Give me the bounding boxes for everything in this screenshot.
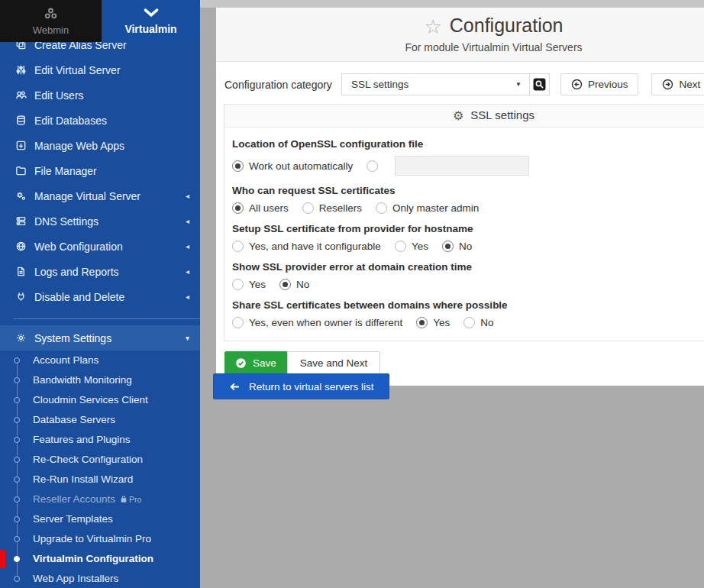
submenu-item-label: Upgrade to Virtualmin Pro bbox=[33, 533, 151, 544]
select-caret-icon: ▼ bbox=[515, 74, 522, 95]
sidebar-item-system-settings[interactable]: System Settings▾ bbox=[0, 325, 200, 351]
save-and-next-button[interactable]: Save and Next bbox=[287, 351, 381, 375]
file-icon bbox=[15, 266, 27, 278]
submenu-item-server-templates[interactable]: Server Templates bbox=[0, 509, 200, 529]
openssl-config-path-input[interactable] bbox=[395, 156, 529, 176]
radio-icon[interactable] bbox=[232, 202, 244, 214]
radio-icon[interactable] bbox=[442, 241, 454, 252]
submenu-item-reseller-accounts[interactable]: Reseller AccountsPro bbox=[0, 489, 200, 509]
submenu-item-re-check-configuration[interactable]: Re-Check Configuration bbox=[0, 450, 200, 470]
radio-icon[interactable] bbox=[232, 317, 244, 328]
sidebar-item-disable-and-delete[interactable]: Disable and Delete◂ bbox=[0, 284, 200, 309]
bullet-icon bbox=[14, 457, 20, 463]
submenu-item-label: Database Servers bbox=[33, 414, 115, 425]
sidebar-item-file-manager[interactable]: File Manager bbox=[0, 158, 200, 183]
sidebar-item-edit-databases[interactable]: Edit Databases bbox=[0, 108, 200, 133]
sidebar-item-label: Manage Web Apps bbox=[34, 140, 124, 152]
gears-icon bbox=[15, 190, 27, 202]
radio-option[interactable]: Resellers bbox=[302, 202, 362, 214]
sidebar-divider bbox=[14, 318, 200, 319]
submenu-item-web-app-installers[interactable]: Web App Installers bbox=[0, 569, 200, 588]
sidebar-tabs: Webmin Virtualmin bbox=[0, 0, 200, 42]
radio-option[interactable]: No bbox=[463, 317, 493, 328]
submenu-item-label: Features and Plugins bbox=[33, 434, 131, 445]
bullet-icon bbox=[14, 576, 20, 582]
submenu-item-bandwidth-monitoring[interactable]: Bandwidth Monitoring bbox=[0, 370, 200, 390]
radio-icon[interactable] bbox=[232, 279, 244, 290]
radio-option[interactable]: Yes, even when owner is different bbox=[232, 317, 402, 328]
bullet-icon bbox=[14, 516, 20, 522]
radio-option[interactable]: Yes bbox=[395, 241, 428, 252]
bullet-icon bbox=[14, 477, 20, 483]
globe-icon bbox=[15, 241, 27, 253]
radio-option[interactable]: No bbox=[279, 279, 309, 290]
submenu-item-label: Bandwidth Monitoring bbox=[33, 374, 132, 386]
sidebar-item-label: System Settings bbox=[34, 332, 111, 344]
sliders-icon bbox=[15, 64, 27, 76]
category-label: Configuration category bbox=[224, 79, 332, 91]
panel-header: ⚙SSL settings bbox=[224, 105, 704, 128]
bullet-icon bbox=[14, 397, 20, 403]
sidebar-item-dns-settings[interactable]: DNS Settings◂ bbox=[0, 208, 200, 234]
category-search-button[interactable] bbox=[529, 73, 550, 95]
radio-option[interactable] bbox=[367, 160, 378, 172]
radio-option-label: Only master admin bbox=[392, 202, 479, 214]
return-to-servers-button[interactable]: Return to virtual servers list bbox=[213, 373, 389, 399]
radio-option[interactable]: Yes bbox=[232, 279, 266, 290]
save-button[interactable]: Save bbox=[224, 351, 287, 375]
form-field: Who can request SSL certificatesAll user… bbox=[232, 185, 704, 214]
horizontal-scrollbar[interactable] bbox=[200, 0, 704, 8]
submenu-item-label: Reseller Accounts bbox=[33, 493, 115, 505]
radio-option[interactable]: Yes bbox=[416, 317, 450, 328]
sidebar-item-edit-users[interactable]: Edit Users bbox=[0, 82, 200, 108]
radio-icon[interactable] bbox=[416, 317, 428, 328]
gear-icon bbox=[15, 332, 27, 344]
submenu-item-virtualmin-configuration[interactable]: Virtualmin Configuration bbox=[0, 549, 200, 569]
submenu-item-label: Account Plans bbox=[33, 354, 98, 366]
radio-icon[interactable] bbox=[279, 279, 291, 290]
radio-icon[interactable] bbox=[395, 241, 406, 252]
star-icon[interactable]: ☆ bbox=[424, 15, 441, 38]
chevron-left-icon: ◂ bbox=[186, 242, 189, 250]
submenu-item-cloudmin-services-client[interactable]: Cloudmin Services Client bbox=[0, 390, 200, 410]
chevron-down-icon bbox=[143, 8, 160, 20]
sidebar-item-label: Disable and Delete bbox=[34, 291, 124, 303]
radio-option[interactable]: Yes, and have it configurable bbox=[232, 241, 381, 252]
tab-virtualmin[interactable]: Virtualmin bbox=[102, 0, 200, 42]
next-label: Next bbox=[679, 79, 700, 90]
bullet-icon bbox=[14, 417, 20, 423]
sidebar-item-manage-virtual-server[interactable]: Manage Virtual Server◂ bbox=[0, 183, 200, 208]
radio-option-label: Work out automatically bbox=[249, 160, 353, 172]
category-select[interactable]: SSL settings ▼ bbox=[341, 73, 530, 95]
previous-button[interactable]: Previous bbox=[560, 73, 639, 95]
radio-option[interactable]: Only master admin bbox=[376, 202, 479, 214]
sidebar-item-edit-virtual-server[interactable]: Edit Virtual Server bbox=[0, 57, 200, 82]
sidebar-item-web-configuration[interactable]: Web Configuration◂ bbox=[0, 234, 200, 259]
tab-webmin[interactable]: Webmin bbox=[0, 0, 102, 42]
radio-icon[interactable] bbox=[367, 160, 378, 172]
submenu-item-features-and-plugins[interactable]: Features and Plugins bbox=[0, 430, 200, 450]
next-button[interactable]: Next bbox=[651, 73, 704, 95]
sidebar-item-logs-and-reports[interactable]: Logs and Reports◂ bbox=[0, 259, 200, 284]
radio-icon[interactable] bbox=[302, 202, 314, 214]
circle-arrow-right-icon bbox=[662, 79, 673, 90]
sidebar-item-manage-web-apps[interactable]: Manage Web Apps bbox=[0, 133, 200, 158]
submenu-item-account-plans[interactable]: Account Plans bbox=[0, 351, 200, 370]
radio-option[interactable]: Work out automatically bbox=[232, 160, 353, 172]
radio-icon[interactable] bbox=[376, 202, 387, 214]
submenu-item-re-run-install-wizard[interactable]: Re-Run Install Wizard bbox=[0, 470, 200, 489]
radio-option[interactable]: All users bbox=[232, 202, 289, 214]
field-label: Share SSL certificates between domains w… bbox=[232, 299, 704, 311]
radio-icon[interactable] bbox=[463, 317, 475, 328]
search-icon bbox=[533, 78, 546, 91]
form-field: Share SSL certificates between domains w… bbox=[232, 299, 704, 328]
database-icon bbox=[15, 115, 27, 127]
radio-icon[interactable] bbox=[232, 241, 244, 252]
submenu-item-database-servers[interactable]: Database Servers bbox=[0, 410, 200, 430]
radio-option[interactable]: No bbox=[442, 241, 472, 252]
submenu-item-label: Virtualmin Configuration bbox=[33, 553, 153, 564]
folder-icon bbox=[15, 165, 27, 177]
radio-icon[interactable] bbox=[232, 160, 244, 172]
submenu-item-upgrade-to-virtualmin-pro[interactable]: Upgrade to Virtualmin Pro bbox=[0, 529, 200, 549]
sidebar-item-label: Manage Virtual Server bbox=[34, 190, 140, 202]
